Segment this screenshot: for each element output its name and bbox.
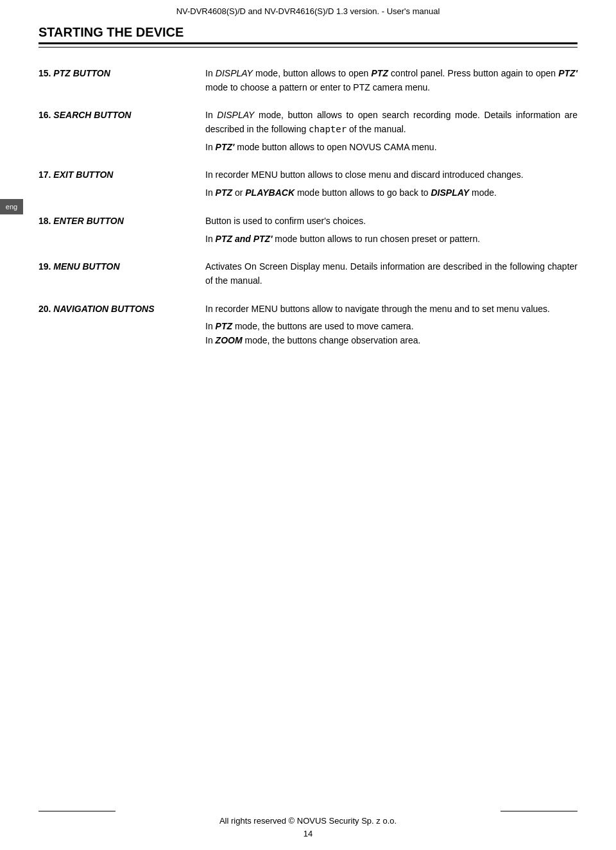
item-label-2: 16. SEARCH BUTTON <box>38 108 205 122</box>
header-text: NV-DVR4608(S)/D and NV-DVR4616(S)/D 1.3 … <box>176 6 440 16</box>
footer-page: 14 <box>0 829 616 838</box>
item-label-6: 20. NAVIGATION BUTTONS <box>38 302 205 316</box>
footer-copyright: All rights reserved © NOVUS Security Sp.… <box>0 816 616 826</box>
lang-tab: eng <box>0 199 23 214</box>
page-title: STARTING THE DEVICE <box>38 25 578 40</box>
item-desc-2: In DISPLAY mode, button allows to open s… <box>205 108 578 154</box>
item-row: 17. EXIT BUTTONIn recorder MENU button a… <box>38 168 578 200</box>
page-wrapper: NV-DVR4608(S)/D and NV-DVR4616(S)/D 1.3 … <box>0 0 616 850</box>
item-row: 19. MENU BUTTONActivates On Screen Displ… <box>38 260 578 288</box>
item-row: 18. ENTER BUTTONButton is used to confir… <box>38 214 578 246</box>
page-header: NV-DVR4608(S)/D and NV-DVR4616(S)/D 1.3 … <box>0 0 616 20</box>
footer-line-right <box>501 811 578 811</box>
item-row: 15. PTZ BUTTONIn DISPLAY mode, button al… <box>38 67 578 94</box>
title-section: STARTING THE DEVICE <box>0 20 616 48</box>
item-label-4: 18. ENTER BUTTON <box>38 214 205 228</box>
content-section: 15. PTZ BUTTONIn DISPLAY mode, button al… <box>0 48 616 348</box>
item-desc-1: In DISPLAY mode, button allows to open P… <box>205 67 578 94</box>
item-desc-3: In recorder MENU button allows to close … <box>205 168 578 200</box>
item-label-5: 19. MENU BUTTON <box>38 260 205 273</box>
item-label-1: 15. PTZ BUTTON <box>38 67 205 80</box>
item-row: 20. NAVIGATION BUTTONSIn recorder MENU b… <box>38 302 578 348</box>
footer-line-left <box>38 811 116 811</box>
item-row: 16. SEARCH BUTTONIn DISPLAY mode, button… <box>38 108 578 154</box>
item-label-3: 17. EXIT BUTTON <box>38 168 205 182</box>
title-rule-top <box>38 42 578 44</box>
item-desc-6: In recorder MENU buttons allow to naviga… <box>205 302 578 348</box>
item-desc-5: Activates On Screen Display menu. Detail… <box>205 260 578 288</box>
item-desc-4: Button is used to confirm user's choices… <box>205 214 578 246</box>
